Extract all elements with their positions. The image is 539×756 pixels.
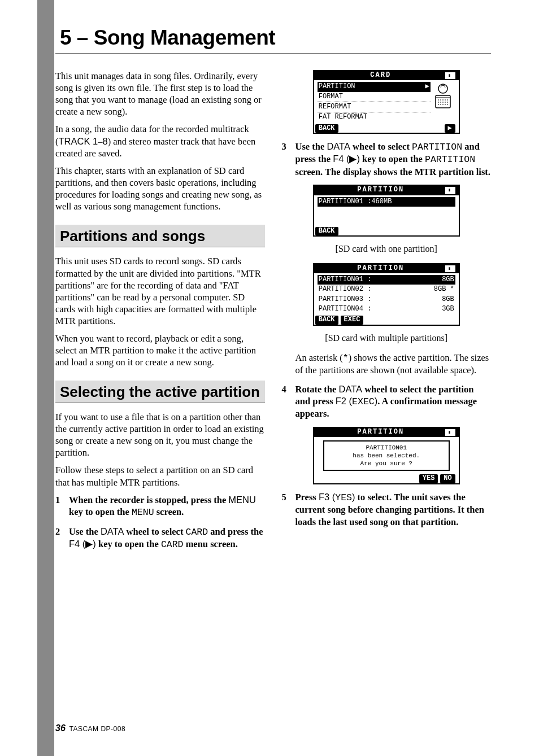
sdcard-icon: [432, 83, 454, 110]
sec1-para-2: When you want to record, playback or edi…: [55, 333, 265, 368]
step-2: 2 Use the DATA wheel to select CARD and …: [55, 526, 265, 551]
exec-button: EXEC: [341, 316, 364, 324]
step-4: 4 Rotate the DATA wheel to select the pa…: [282, 383, 492, 420]
left-margin-bar: [37, 0, 54, 756]
page-number: 36: [55, 723, 66, 733]
content-columns: This unit manages data in song files. Or…: [55, 70, 491, 557]
intro-para-1: This unit manages data in song files. Or…: [55, 70, 265, 117]
menu-item-format: FORMAT: [318, 92, 431, 102]
screen-partition-single: PARTITION▮ PARTITION01 :460MB * BACK: [313, 185, 460, 237]
partition-row: PARTITION04 :3GB: [318, 304, 455, 314]
step-num: 5: [282, 491, 295, 528]
step-3-post: An asterisk (*) shows the active partiti…: [282, 352, 492, 376]
section-title-partitions: Partitions and songs: [55, 225, 265, 247]
step-num: 3: [282, 141, 295, 178]
step-5: 5 Press F3 (YES) to select. The unit sav…: [282, 491, 492, 528]
model-name: TASCAM DP-008: [69, 725, 125, 733]
intro-para-3: This chapter, starts with an explanation…: [55, 165, 265, 212]
sec1-para-1: This unit uses SD cards to record songs.…: [55, 255, 265, 327]
partition-row: PARTITION02 :8GB *: [318, 285, 455, 294]
intro-para-2: In a song, the audio data for the record…: [55, 123, 265, 159]
page-footer: 36 TASCAM DP-008: [55, 723, 125, 733]
step-1: 1 When the recorder is stopped, press th…: [55, 494, 265, 519]
chapter-title: 5 – Song Management: [60, 26, 275, 49]
menu-item-partition: PARTITION▶: [318, 82, 431, 91]
step-list-right-5: 5 Press F3 (YES) to select. The unit sav…: [282, 491, 492, 528]
no-button: NO: [440, 474, 455, 483]
left-column: This unit manages data in song files. Or…: [55, 70, 265, 557]
caption-single: [SD card with one partition]: [282, 243, 492, 255]
step-num: 1: [55, 494, 69, 519]
screen-partition-multi: PARTITION▮ PARTITION01 :8GBPARTITION02 :…: [313, 263, 460, 326]
battery-icon: ▮: [445, 72, 455, 79]
partition-row: PARTITION03 :8GB: [318, 295, 455, 304]
sec2-para-2: Follow these steps to select a partition…: [55, 464, 265, 488]
play-icon: ▶: [445, 124, 455, 133]
partition-row: PARTITION01 :8GB: [318, 275, 455, 285]
screen-confirm: PARTITION▮ PARTITION01 has been selected…: [313, 427, 460, 484]
screen-card: CARD▮ PARTITION▶ FORMAT REFORMAT FAT REF…: [313, 70, 460, 134]
step-num: 2: [55, 526, 69, 551]
sec2-para-1: If you want to use a file that is on a p…: [55, 411, 265, 458]
back-button: BACK: [315, 316, 338, 324]
battery-icon: ▮: [445, 265, 455, 272]
battery-icon: ▮: [445, 187, 455, 194]
menu-item-fat-reformat: FAT REFORMAT: [318, 112, 431, 122]
back-button: BACK: [315, 227, 338, 235]
step-list-left: 1 When the recorder is stopped, press th…: [55, 494, 265, 551]
battery-icon: ▮: [445, 429, 455, 436]
back-button: BACK: [315, 124, 338, 133]
step-list-right-3: 3 Use the DATA wheel to select PARTITION…: [282, 141, 492, 178]
section-title-selecting: Selecting the active partition: [55, 381, 265, 403]
right-column: CARD▮ PARTITION▶ FORMAT REFORMAT FAT REF…: [282, 70, 492, 557]
step-num: 4: [282, 383, 295, 420]
step-3: 3 Use the DATA wheel to select PARTITION…: [282, 141, 492, 178]
yes-button: YES: [419, 474, 438, 483]
caption-multi: [SD card with multiple partitions]: [282, 333, 492, 344]
step-list-right-4: 4 Rotate the DATA wheel to select the pa…: [282, 383, 492, 420]
partition-row: PARTITION01 :460MB: [318, 197, 455, 207]
chapter-header: 5 – Song Management: [55, 23, 491, 54]
menu-item-reformat: REFORMAT: [318, 102, 431, 112]
svg-rect-1: [436, 95, 450, 108]
